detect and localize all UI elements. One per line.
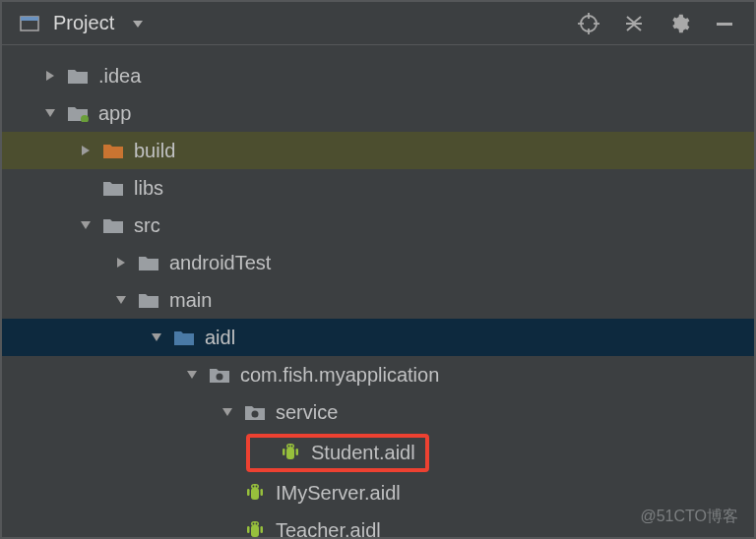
project-tree[interactable]: .idea app build libs src xyxy=(2,45,754,537)
svg-rect-13 xyxy=(286,444,294,449)
target-icon[interactable] xyxy=(575,10,602,37)
folder-icon xyxy=(98,216,128,234)
svg-point-11 xyxy=(252,411,259,418)
item-label: build xyxy=(134,140,175,162)
tree-item-aidl[interactable]: aidl xyxy=(2,319,754,356)
item-label: libs xyxy=(134,177,163,200)
item-label: app xyxy=(98,102,131,125)
project-view-icon[interactable] xyxy=(16,10,43,37)
folder-icon xyxy=(134,291,163,309)
svg-point-20 xyxy=(253,486,255,488)
folder-icon xyxy=(134,254,163,271)
svg-rect-24 xyxy=(251,525,259,537)
aidl-file-icon xyxy=(240,483,270,503)
chevron-down-icon[interactable] xyxy=(215,406,240,418)
svg-rect-18 xyxy=(251,488,259,500)
dropdown-icon[interactable] xyxy=(124,10,152,37)
minimize-icon[interactable] xyxy=(711,10,738,37)
module-folder-icon xyxy=(63,104,93,122)
item-label: main xyxy=(169,289,212,312)
svg-rect-29 xyxy=(261,526,264,533)
chevron-right-icon[interactable] xyxy=(108,257,134,269)
item-label: src xyxy=(134,214,160,237)
panel-title[interactable]: Project xyxy=(53,12,114,34)
item-label: IMyServer.aidl xyxy=(276,482,401,505)
item-label: com.fish.myapplication xyxy=(240,364,439,387)
svg-rect-23 xyxy=(261,489,264,496)
folder-icon xyxy=(98,179,128,197)
svg-rect-12 xyxy=(286,448,294,459)
svg-rect-25 xyxy=(251,521,259,526)
package-icon xyxy=(240,403,270,421)
chevron-down-icon[interactable] xyxy=(73,219,98,231)
svg-point-27 xyxy=(256,523,258,525)
svg-point-10 xyxy=(217,374,223,381)
item-label: androidTest xyxy=(169,252,271,274)
folder-icon xyxy=(63,67,93,85)
aidl-file-icon xyxy=(276,443,305,462)
collapse-all-icon[interactable] xyxy=(620,10,648,37)
chevron-right-icon[interactable] xyxy=(73,145,98,156)
watermark: @51CTO博客 xyxy=(640,507,738,527)
aidl-file-icon xyxy=(240,520,270,537)
tree-item-app[interactable]: app xyxy=(2,94,754,132)
tree-item-main[interactable]: main xyxy=(2,281,754,319)
item-label: Teacher.aidl xyxy=(276,519,381,538)
svg-rect-22 xyxy=(247,489,250,496)
chevron-down-icon[interactable] xyxy=(144,331,169,343)
chevron-right-icon[interactable] xyxy=(37,70,63,82)
chevron-down-icon[interactable] xyxy=(179,369,205,381)
svg-point-26 xyxy=(253,523,255,525)
svg-rect-8 xyxy=(717,23,732,26)
item-label: aidl xyxy=(205,327,235,349)
tree-item-student-aidl[interactable]: Student.aidl xyxy=(2,431,754,474)
tree-item-package[interactable]: com.fish.myapplication xyxy=(2,356,754,393)
item-label: service xyxy=(276,401,338,424)
tree-item-src[interactable]: src xyxy=(2,207,754,244)
tree-item-service[interactable]: service xyxy=(2,393,754,431)
gear-icon[interactable] xyxy=(665,10,693,37)
item-label: Student.aidl xyxy=(311,442,415,464)
svg-point-14 xyxy=(288,446,290,448)
item-label: .idea xyxy=(98,65,141,88)
svg-rect-1 xyxy=(21,17,38,21)
chevron-down-icon[interactable] xyxy=(37,107,63,119)
package-icon xyxy=(205,366,234,384)
build-folder-icon xyxy=(98,142,128,159)
highlight-box: Student.aidl xyxy=(246,434,429,472)
panel-header: Project xyxy=(2,2,754,45)
tree-item-androidtest[interactable]: androidTest xyxy=(2,244,754,281)
svg-point-21 xyxy=(256,486,258,488)
tree-item-build[interactable]: build xyxy=(2,132,754,169)
svg-rect-19 xyxy=(251,484,259,489)
svg-rect-28 xyxy=(247,526,250,533)
src-folder-icon xyxy=(169,329,199,346)
tree-item-libs[interactable]: libs xyxy=(2,169,754,207)
svg-rect-17 xyxy=(296,449,299,455)
svg-rect-16 xyxy=(283,449,285,455)
chevron-down-icon[interactable] xyxy=(108,294,134,306)
tree-item-idea[interactable]: .idea xyxy=(2,57,754,94)
svg-point-15 xyxy=(291,446,293,448)
